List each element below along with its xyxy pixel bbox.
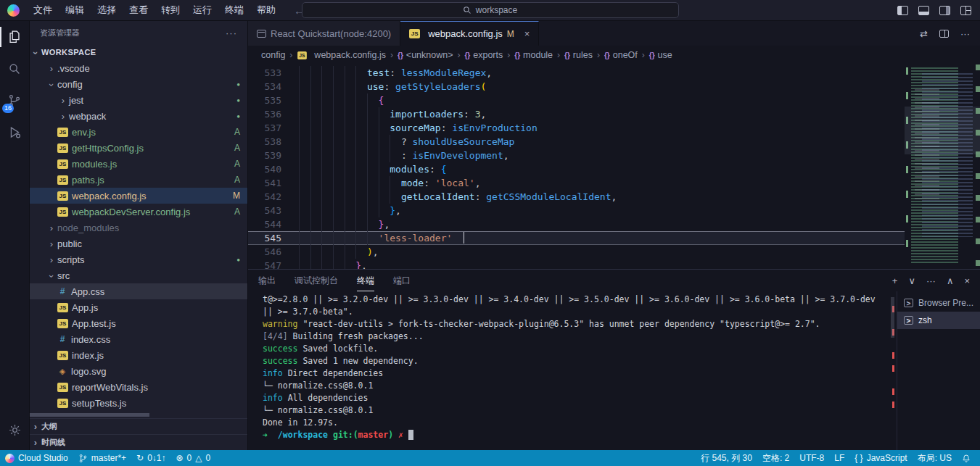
- tree-item-paths-js[interactable]: JSpaths.jsA: [30, 172, 247, 188]
- tree-item-app-js[interactable]: JSApp.js: [30, 299, 247, 315]
- code-line-538[interactable]: 538 ? shouldUseSourceMap: [248, 135, 905, 149]
- tree-item-app-css[interactable]: #App.css: [30, 283, 247, 299]
- tree-item-node-modules[interactable]: ›node_modules: [30, 220, 247, 236]
- code-line-537[interactable]: 537 sourceMap: isEnvProduction: [248, 121, 905, 135]
- scrollbar-slider[interactable]: [30, 413, 149, 417]
- terminal-list-zsh[interactable]: >zsh: [897, 312, 980, 329]
- maximize-panel-icon[interactable]: ∧: [947, 275, 954, 286]
- close-icon[interactable]: ×: [524, 28, 530, 39]
- panel-tab-terminal[interactable]: 终端: [357, 270, 374, 291]
- tree-item-env-js[interactable]: JSenv.jsA: [30, 124, 247, 140]
- cloud-studio-logo[interactable]: [7, 4, 20, 17]
- tree-item-logo-svg[interactable]: ◈logo.svg: [30, 363, 247, 379]
- run-debug-icon[interactable]: [0, 117, 29, 149]
- status-problems[interactable]: ⊗ 0 △ 0: [171, 450, 216, 466]
- code-line-544[interactable]: 544 },: [248, 217, 905, 231]
- code-line-539[interactable]: 539 : isEnvDevelopment,: [248, 149, 905, 162]
- menu-file[interactable]: 文件: [27, 0, 59, 20]
- code-line-534[interactable]: 534 use: getStyleLoaders(: [248, 80, 905, 93]
- source-control-icon[interactable]: 16: [0, 85, 29, 117]
- search-sidebar-icon[interactable]: [0, 53, 29, 85]
- code-line-540[interactable]: 540 modules: {: [248, 162, 905, 176]
- tree-item-config[interactable]: ›config●: [30, 76, 247, 92]
- toggle-secondary-sidebar-icon[interactable]: [939, 6, 950, 15]
- terminal-list-browser-preview[interactable]: >Browser Pre...: [897, 294, 980, 312]
- tree-item-webpack[interactable]: ›webpack●: [30, 108, 247, 124]
- code-line-547[interactable]: 547 },: [248, 259, 905, 269]
- tree-item-src[interactable]: ›src: [30, 267, 247, 283]
- breadcrumb-exports[interactable]: {}exports: [464, 50, 503, 60]
- code-line-536[interactable]: 536 importLoaders: 3,: [248, 107, 905, 121]
- terminal-scrollbar[interactable]: [891, 297, 894, 338]
- menu-go[interactable]: 转到: [155, 0, 186, 20]
- tree-item-scripts[interactable]: ›scripts●: [30, 251, 247, 267]
- workspace-section-header[interactable]: › WORKSPACE: [30, 44, 247, 60]
- menu-run[interactable]: 运行: [186, 0, 218, 20]
- code-line-533[interactable]: 533 test: lessModuleRegex,: [248, 66, 905, 80]
- breadcrumb-use[interactable]: {}use: [649, 50, 672, 60]
- breadcrumb-oneof[interactable]: {}oneOf: [604, 50, 638, 60]
- code-line-545[interactable]: 545 'less-loader': [248, 231, 905, 245]
- command-center-search[interactable]: workspace: [302, 2, 679, 18]
- toggle-panel-icon[interactable]: [918, 6, 929, 15]
- status-indentation[interactable]: 空格: 2: [757, 450, 794, 466]
- tree-item-modules-js[interactable]: JSmodules.jsA: [30, 156, 247, 172]
- status-brand[interactable]: Cloud Studio: [0, 450, 73, 466]
- terminal-output[interactable]: t@>=2.8.0 || >= 3.2.0-dev || >= 3.3.0-de…: [248, 291, 889, 450]
- switch-editor-icon[interactable]: ⇄: [920, 28, 928, 39]
- status-keyboard-layout[interactable]: 布局: US: [913, 450, 957, 466]
- minimap-slider[interactable]: [905, 107, 980, 154]
- panel-tab-debug-console[interactable]: 调试控制台: [295, 270, 338, 291]
- minimap[interactable]: [905, 65, 980, 269]
- menu-help[interactable]: 帮助: [250, 0, 282, 20]
- tree-horizontal-scrollbar[interactable]: [30, 412, 247, 418]
- code-line-546[interactable]: 546 ),: [248, 245, 905, 259]
- tree-item-jest[interactable]: ›jest●: [30, 92, 247, 108]
- status-git-branch[interactable]: master*+: [73, 450, 131, 466]
- code-line-542[interactable]: 542 getLocalIdent: getCSSModuleLocalIden…: [248, 190, 905, 204]
- code-editor[interactable]: 533 test: lessModuleRegex,534 use: getSt…: [248, 65, 905, 269]
- tree-item-vscode[interactable]: ›.vscode: [30, 60, 247, 76]
- menu-view[interactable]: 查看: [123, 0, 155, 20]
- tree-item-setuptests-js[interactable]: JSsetupTests.js: [30, 395, 247, 411]
- code-line-535[interactable]: 535 {: [248, 93, 905, 107]
- tree-item-index-js[interactable]: JSindex.js: [30, 347, 247, 363]
- tree-item-app-test-js[interactable]: JSApp.test.js: [30, 315, 247, 331]
- tree-item-index-css[interactable]: #index.css: [30, 331, 247, 347]
- status-eol[interactable]: LF: [829, 450, 849, 466]
- menu-selection[interactable]: 选择: [91, 0, 123, 20]
- status-cursor-position[interactable]: 行 545, 列 30: [696, 450, 757, 466]
- explorer-icon[interactable]: [0, 21, 29, 53]
- breadcrumb-unknown[interactable]: {}<unknown>: [398, 50, 453, 60]
- breadcrumb-config[interactable]: config: [261, 50, 285, 60]
- new-terminal-icon[interactable]: +: [892, 275, 898, 286]
- timeline-section-header[interactable]: › 时间线: [30, 434, 247, 450]
- status-encoding[interactable]: UTF-8: [794, 450, 829, 466]
- settings-gear-icon[interactable]: [0, 414, 29, 446]
- tree-item-webpackdevserver-config-js[interactable]: JSwebpackDevServer.config.jsA: [30, 204, 247, 220]
- code-line-543[interactable]: 543 },: [248, 204, 905, 217]
- code-line-541[interactable]: 541 mode: 'local',: [248, 176, 905, 190]
- tree-item-reportwebvitals-js[interactable]: JSreportWebVitals.js: [30, 379, 247, 395]
- editor-tab-react-quickstart-node-4200[interactable]: React Quickstart(node:4200): [248, 21, 400, 46]
- panel-tab-ports[interactable]: 端口: [393, 270, 411, 291]
- panel-tab-output[interactable]: 输出: [258, 270, 276, 291]
- outline-section-header[interactable]: › 大纲: [30, 418, 247, 434]
- tree-item-webpack-config-js[interactable]: JSwebpack.config.jsM: [30, 188, 247, 204]
- breadcrumb-rules[interactable]: {}rules: [564, 50, 593, 60]
- status-language[interactable]: { } JavaScript: [849, 450, 912, 466]
- menu-edit[interactable]: 编辑: [59, 0, 91, 20]
- terminal-dropdown-icon[interactable]: ∨: [908, 275, 915, 286]
- status-sync[interactable]: ↻ 0↓1↑: [131, 450, 170, 466]
- editor-more-actions-icon[interactable]: ···: [960, 28, 970, 39]
- editor-tab-webpack-config-js[interactable]: JSwebpack.config.jsM×: [400, 21, 539, 46]
- panel-more-icon[interactable]: ···: [926, 275, 936, 286]
- close-panel-icon[interactable]: ×: [964, 275, 970, 286]
- status-notifications[interactable]: [957, 450, 976, 466]
- menu-terminal[interactable]: 终端: [218, 0, 250, 20]
- more-actions-icon[interactable]: ···: [226, 28, 237, 38]
- toggle-primary-sidebar-icon[interactable]: [897, 6, 908, 15]
- tree-item-gethttpsconfig-js[interactable]: JSgetHttpsConfig.jsA: [30, 140, 247, 156]
- breadcrumb-module[interactable]: {}module: [514, 50, 553, 60]
- customize-layout-icon[interactable]: [960, 6, 971, 15]
